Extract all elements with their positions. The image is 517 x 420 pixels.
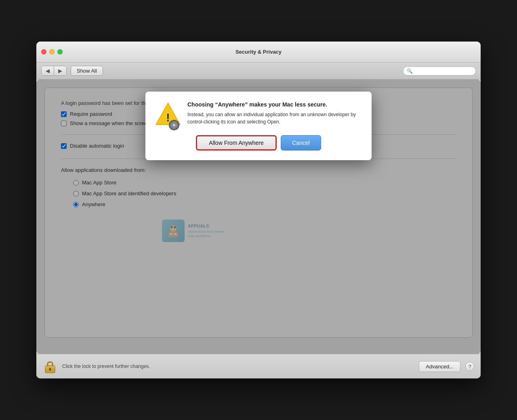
traffic-lights bbox=[41, 49, 63, 54]
search-input[interactable] bbox=[414, 68, 472, 74]
search-box[interactable]: 🔍 bbox=[403, 67, 476, 75]
back-button[interactable]: ◀ bbox=[42, 66, 54, 75]
cancel-button[interactable]: Cancel bbox=[281, 135, 321, 150]
toolbar: ◀ ▶ Show All 🔍 bbox=[36, 63, 481, 79]
system-preferences-window: Security & Privacy ◀ ▶ Show All 🔍 A logi… bbox=[36, 42, 481, 378]
window-title: Security & Privacy bbox=[235, 49, 282, 55]
warning-icon: ! bbox=[155, 101, 181, 127]
modal-overlay: ! Choosin bbox=[36, 79, 481, 354]
forward-button[interactable]: ▶ bbox=[54, 66, 66, 75]
bottom-bar: Click the lock to prevent further change… bbox=[36, 354, 481, 378]
modal-buttons: Allow From Anywhere Cancel bbox=[155, 135, 362, 150]
gear-icon bbox=[169, 120, 179, 130]
lock-svg bbox=[43, 359, 57, 374]
titlebar: Security & Privacy bbox=[36, 42, 481, 63]
maximize-button[interactable] bbox=[57, 49, 63, 54]
nav-buttons: ◀ ▶ bbox=[41, 66, 67, 76]
lock-icon[interactable] bbox=[43, 359, 57, 374]
content-area: A login password has been set for this u… bbox=[36, 79, 481, 354]
search-icon: 🔍 bbox=[407, 68, 413, 74]
modal-title: Choosing “Anywhere” makes your Mac less … bbox=[187, 101, 362, 108]
modal-text: Choosing “Anywhere” makes your Mac less … bbox=[187, 101, 362, 127]
modal-body: Instead, you can allow an individual app… bbox=[187, 111, 362, 125]
svg-point-8 bbox=[173, 124, 175, 126]
minimize-button[interactable] bbox=[49, 49, 55, 54]
help-button[interactable]: ? bbox=[465, 362, 474, 371]
close-button[interactable] bbox=[41, 49, 46, 54]
show-all-button[interactable]: Show All bbox=[71, 66, 103, 76]
warning-modal: ! Choosin bbox=[145, 92, 372, 160]
advanced-button[interactable]: Advanced... bbox=[419, 361, 460, 372]
svg-rect-12 bbox=[50, 369, 50, 371]
modal-top: ! Choosin bbox=[155, 101, 362, 127]
lock-status-text: Click the lock to prevent further change… bbox=[62, 364, 414, 369]
allow-from-anywhere-button[interactable]: Allow From Anywhere bbox=[196, 135, 277, 150]
